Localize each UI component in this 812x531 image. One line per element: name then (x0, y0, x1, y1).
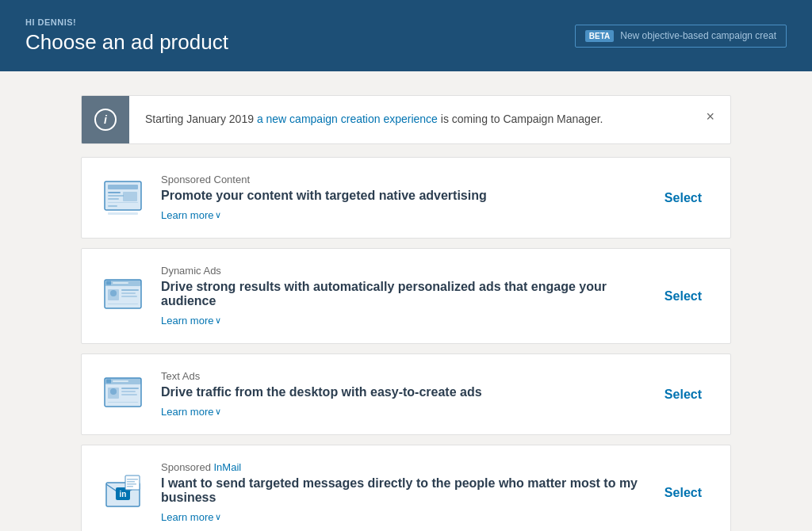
ad-type-label: Sponsored Content (161, 174, 639, 185)
main-content: i Starting January 2019 a new campaign c… (81, 71, 731, 531)
ad-card-dynamic-ads: Dynamic Ads Drive strong results with au… (81, 248, 731, 344)
beta-label: BETA (585, 30, 614, 42)
info-text-after: is coming to Campaign Manager. (438, 113, 603, 125)
select-button[interactable]: Select (655, 479, 711, 506)
svg-rect-17 (121, 296, 137, 297)
svg-rect-11 (106, 281, 111, 285)
svg-rect-35 (127, 483, 136, 485)
svg-rect-6 (108, 202, 138, 203)
text-ads-details: Text Ads Drive traffic from the desktop … (161, 370, 639, 418)
ad-description: Drive strong results with automatically … (161, 280, 639, 308)
svg-rect-7 (108, 205, 117, 207)
ad-description: Drive traffic from the desktop with easy… (161, 385, 639, 399)
svg-rect-5 (123, 192, 137, 201)
ad-type-label: Text Ads (161, 370, 639, 382)
ad-type-label: Dynamic Ads (161, 265, 639, 277)
svg-point-14 (110, 290, 117, 296)
svg-rect-8 (108, 212, 138, 215)
page-title: Choose an ad product (25, 30, 228, 55)
info-icon: i (94, 109, 117, 131)
svg-rect-2 (108, 192, 121, 193)
info-link[interactable]: a new campaign creation experience (257, 113, 438, 125)
svg-rect-32 (125, 476, 140, 490)
ad-card-sponsored-inmail: in Sponsored InMail I want to send targe… (81, 445, 731, 531)
svg-rect-22 (113, 380, 128, 382)
sponsored-content-icon (101, 176, 145, 220)
svg-rect-21 (106, 379, 111, 383)
inmail-highlight: InMail (214, 461, 242, 473)
dynamic-ads-details: Dynamic Ads Drive strong results with au… (161, 265, 639, 327)
sponsored-content-details: Sponsored Content Promote your content w… (161, 174, 639, 222)
svg-rect-18 (108, 304, 138, 304)
select-button[interactable]: Select (655, 381, 711, 408)
svg-rect-3 (108, 195, 124, 197)
svg-rect-25 (121, 388, 139, 389)
text-ads-icon (101, 372, 145, 417)
learn-more-link[interactable]: Learn more (161, 209, 221, 221)
learn-more-link[interactable]: Learn more (161, 406, 221, 418)
dynamic-ads-icon (101, 274, 145, 319)
svg-text:in: in (120, 490, 127, 499)
svg-rect-15 (121, 289, 139, 291)
header-left: HI DENNIS! Choose an ad product (25, 17, 228, 55)
svg-rect-34 (127, 481, 135, 483)
header-greeting: HI DENNIS! (25, 17, 228, 27)
info-text: Starting January 2019 a new campaign cre… (129, 99, 690, 140)
info-banner: i Starting January 2019 a new campaign c… (81, 95, 731, 144)
ad-type-label: Sponsored InMail (161, 461, 639, 473)
svg-rect-33 (127, 479, 138, 480)
sponsored-inmail-icon: in (101, 471, 145, 515)
ad-card-text-ads: Text Ads Drive traffic from the desktop … (81, 353, 731, 435)
svg-rect-26 (121, 391, 136, 392)
page-header: HI DENNIS! Choose an ad product BETA New… (0, 0, 812, 71)
select-button[interactable]: Select (655, 185, 711, 212)
ad-card-sponsored-content: Sponsored Content Promote your content w… (81, 157, 731, 239)
svg-rect-16 (121, 292, 136, 294)
learn-more-link[interactable]: Learn more (161, 315, 221, 327)
beta-description: New objective-based campaign creat (620, 30, 776, 41)
svg-rect-12 (113, 282, 128, 284)
svg-rect-36 (127, 486, 133, 487)
beta-badge: BETA New objective-based campaign creat (575, 25, 787, 48)
info-close-button[interactable]: × (690, 96, 730, 138)
svg-rect-1 (108, 185, 138, 189)
info-text-before: Starting January 2019 (145, 113, 257, 125)
ad-description: Promote your content with targeted nativ… (161, 189, 639, 203)
svg-rect-27 (121, 394, 137, 395)
learn-more-link[interactable]: Learn more (161, 511, 221, 523)
sponsored-inmail-details: Sponsored InMail I want to send targeted… (161, 461, 639, 524)
select-button[interactable]: Select (655, 283, 711, 310)
ad-description: I want to send targeted messages directl… (161, 476, 639, 505)
svg-point-24 (110, 388, 117, 395)
svg-rect-4 (108, 198, 119, 200)
info-icon-box: i (82, 96, 129, 143)
svg-rect-28 (108, 402, 138, 403)
